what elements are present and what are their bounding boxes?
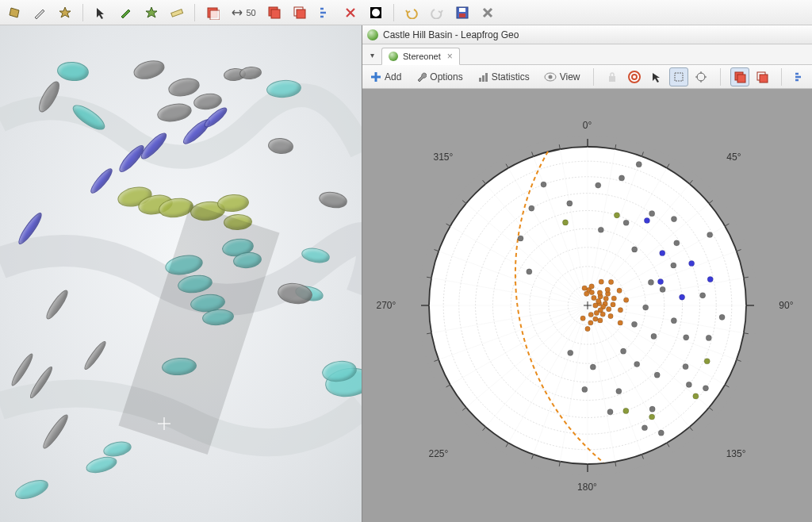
options-button[interactable]: Options [412,69,465,85]
structural-disc[interactable] [69,101,109,134]
undo-icon[interactable] [402,3,421,22]
lifebuoy-icon[interactable] [625,67,644,86]
structural-disc[interactable] [15,210,44,247]
svg-point-155 [619,175,624,181]
svg-point-191 [644,217,649,223]
svg-point-178 [598,227,603,232]
redo-icon[interactable] [427,3,446,22]
cursor-icon[interactable] [91,3,110,22]
svg-point-193 [688,260,694,266]
svg-point-176 [590,364,596,370]
svg-point-172 [649,406,655,412]
structural-disc[interactable] [13,476,51,503]
svg-rect-5 [210,10,220,20]
stereonet-plot[interactable] [405,123,770,488]
deg-label-s: 180° [577,482,597,493]
svg-point-181 [707,232,712,237]
svg-point-185 [567,350,573,355]
tab-dropdown-icon[interactable]: ▾ [366,48,378,61]
svg-point-195 [657,279,663,285]
select-rect-icon[interactable] [669,67,688,86]
layer-white2-icon[interactable] [753,67,772,86]
deg-label-se: 135° [726,448,746,459]
svg-point-140 [580,316,584,320]
statistics-button[interactable]: Statistics [474,69,533,85]
tab-stereonet[interactable]: Stereonet × [381,48,460,65]
plus-icon [370,71,381,83]
stereonet-tab-icon [389,52,398,61]
svg-point-169 [686,382,691,387]
svg-point-121 [591,295,596,300]
svg-point-186 [718,314,724,320]
layer-stack-white-icon[interactable] [290,3,309,22]
structural-disc[interactable] [56,60,90,82]
structural-disc[interactable] [88,166,116,196]
layer-red2-icon[interactable] [730,67,749,86]
close-icon[interactable] [478,3,497,22]
deg-label-sw: 225° [429,448,449,459]
cursor2-icon[interactable] [647,67,666,86]
align2-icon[interactable] [791,67,807,86]
structural-disc[interactable] [167,75,201,99]
lock-icon[interactable] [603,67,622,86]
pen-tool-icon[interactable] [30,3,49,22]
structural-disc[interactable] [216,194,249,213]
view-button[interactable]: View [541,69,584,85]
svg-point-163 [699,293,705,298]
polygon-tool-icon[interactable] [5,3,24,22]
add-button[interactable]: Add [367,69,404,85]
panel-titlebar: Castle Hill Basin - Leapfrog Geo [362,25,812,44]
work-area: Castle Hill Basin - Leapfrog Geo ▾ Stere… [0,25,812,522]
structural-disc[interactable] [9,351,36,388]
svg-point-25 [632,75,637,79]
svg-point-146 [618,320,622,325]
svg-rect-7 [271,10,280,18]
save-icon[interactable] [453,3,472,22]
layer-red-icon[interactable] [203,3,222,22]
svg-point-157 [649,211,654,217]
stereonet-canvas-area[interactable]: 0° 90° 180° 270° 45° 135° 225° 315° [362,89,812,522]
structural-disc[interactable] [84,454,118,476]
toolbar-separator [194,4,195,21]
structural-disc[interactable] [266,79,302,99]
layer-stack-red-icon[interactable] [265,3,284,22]
align-icon[interactable] [316,3,335,22]
svg-point-139 [584,326,589,331]
ruler-icon[interactable] [167,3,186,22]
svg-marker-1 [59,7,71,17]
svg-point-188 [631,247,637,252]
tab-close-icon[interactable]: × [447,51,453,62]
structural-disc[interactable] [132,57,167,83]
svg-point-136 [592,317,597,321]
structural-disc[interactable] [155,101,193,124]
cross-red-icon[interactable] [341,3,360,22]
structural-disc[interactable] [40,412,71,451]
structural-disc[interactable] [27,364,55,400]
structural-disc[interactable] [239,66,262,80]
structural-disc[interactable] [318,190,349,210]
structural-disc[interactable] [35,79,63,115]
svg-marker-2 [146,7,157,17]
structural-disc[interactable] [43,288,71,322]
svg-rect-23 [609,76,615,82]
svg-point-149 [596,298,600,303]
structural-disc[interactable] [301,246,331,265]
arrows-icon[interactable]: 50 [228,3,259,22]
mask-bw-icon[interactable] [366,3,385,22]
zoom-target-icon[interactable] [691,67,710,86]
svg-point-11 [372,9,380,17]
deg-label-e: 90° [779,300,793,311]
svg-point-166 [683,335,688,340]
star-tool-icon[interactable] [56,3,75,22]
svg-point-156 [623,220,629,225]
svg-point-170 [654,372,660,378]
structural-disc[interactable] [82,339,109,371]
svg-rect-19 [482,75,485,82]
structural-disc[interactable] [267,137,294,155]
svg-rect-31 [760,75,768,83]
pencil-icon[interactable] [117,3,136,22]
structural-disc[interactable] [276,281,313,306]
svg-point-189 [631,321,637,327]
gear-star-icon[interactable] [142,3,161,22]
viewport-3d[interactable] [0,25,362,522]
